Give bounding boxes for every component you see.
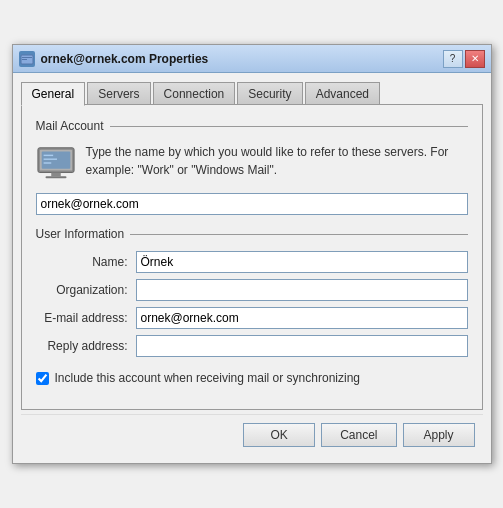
org-label: Organization: xyxy=(36,283,136,297)
help-button[interactable]: ? xyxy=(443,50,463,68)
tab-bar: General Servers Connection Security Adva… xyxy=(21,81,483,105)
org-group: Organization: xyxy=(36,279,468,301)
name-label: Name: xyxy=(36,255,136,269)
server-svg-image xyxy=(36,145,76,181)
tab-servers[interactable]: Servers xyxy=(87,82,150,106)
mail-account-section-header: Mail Account xyxy=(36,119,468,133)
properties-window: ornek@ornek.com Properties ? ✕ General S… xyxy=(12,44,492,464)
svg-rect-2 xyxy=(22,59,27,60)
sync-checkbox-row: Include this account when receiving mail… xyxy=(36,371,468,385)
tab-advanced[interactable]: Advanced xyxy=(305,82,380,106)
window-icon xyxy=(19,51,35,67)
reply-label: Reply address: xyxy=(36,339,136,353)
window-title: ornek@ornek.com Properties xyxy=(41,52,209,66)
sync-checkbox[interactable] xyxy=(36,372,49,385)
svg-rect-7 xyxy=(45,176,66,178)
svg-rect-6 xyxy=(51,173,61,177)
svg-rect-5 xyxy=(41,152,70,169)
apply-button[interactable]: Apply xyxy=(403,423,475,447)
server-icon xyxy=(36,143,76,183)
user-info-section-header: User Information xyxy=(36,227,468,241)
mail-account-label: Mail Account xyxy=(36,119,104,133)
sync-checkbox-label[interactable]: Include this account when receiving mail… xyxy=(55,371,361,385)
tab-content: Mail Account xyxy=(21,104,483,410)
titlebar-buttons: ? ✕ xyxy=(443,50,485,68)
titlebar: ornek@ornek.com Properties ? ✕ xyxy=(13,45,491,73)
email-label: E-mail address: xyxy=(36,311,136,325)
button-row: OK Cancel Apply xyxy=(21,414,483,455)
reply-group: Reply address: xyxy=(36,335,468,357)
mail-account-description-area: Type the name by which you would like to… xyxy=(36,143,468,183)
section-divider-line xyxy=(110,126,468,127)
org-input[interactable] xyxy=(136,279,468,301)
email-input[interactable] xyxy=(136,307,468,329)
window-body: General Servers Connection Security Adva… xyxy=(13,73,491,463)
svg-rect-1 xyxy=(22,57,32,58)
tab-security[interactable]: Security xyxy=(237,82,302,106)
cancel-button[interactable]: Cancel xyxy=(321,423,396,447)
name-input[interactable] xyxy=(136,251,468,273)
email-group: E-mail address: xyxy=(36,307,468,329)
reply-input[interactable] xyxy=(136,335,468,357)
titlebar-left: ornek@ornek.com Properties xyxy=(19,51,209,67)
user-info-label: User Information xyxy=(36,227,125,241)
tab-general[interactable]: General xyxy=(21,82,86,106)
close-button[interactable]: ✕ xyxy=(465,50,485,68)
mail-account-description: Type the name by which you would like to… xyxy=(86,143,468,179)
account-name-input[interactable] xyxy=(36,193,468,215)
ok-button[interactable]: OK xyxy=(243,423,315,447)
tab-connection[interactable]: Connection xyxy=(153,82,236,106)
name-group: Name: xyxy=(36,251,468,273)
user-info-divider-line xyxy=(130,234,467,235)
